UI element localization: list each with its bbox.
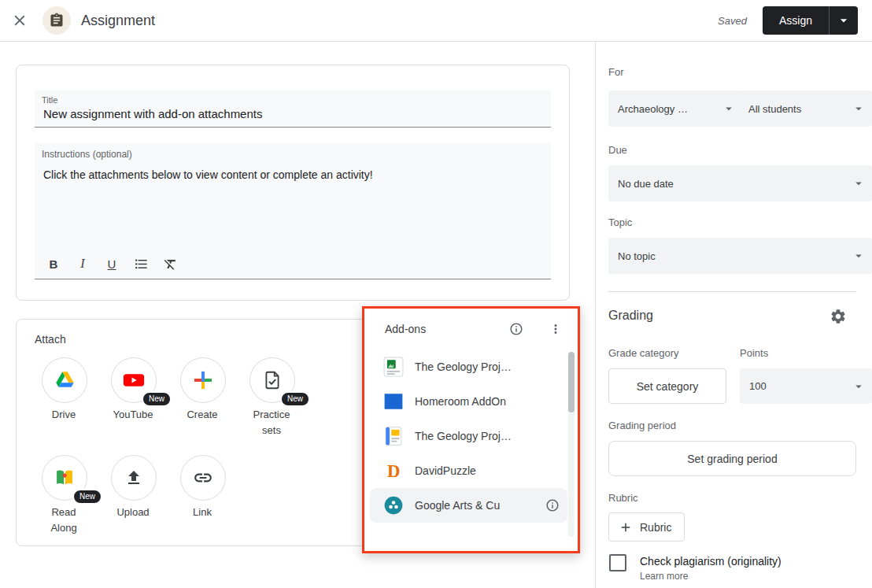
attach-upload-circle bbox=[111, 455, 157, 501]
attach-youtube[interactable]: New YouTube bbox=[98, 357, 168, 423]
attach-create-circle bbox=[180, 357, 226, 403]
addons-info-button[interactable] bbox=[507, 320, 526, 338]
plagiarism-checkbox[interactable] bbox=[609, 554, 626, 571]
class-select[interactable]: Archaeology … bbox=[608, 91, 742, 127]
topic-label: Topic bbox=[608, 216, 632, 228]
for-label: For bbox=[608, 66, 624, 78]
title-field[interactable]: Title bbox=[35, 90, 551, 128]
attach-drive[interactable]: Drive bbox=[29, 357, 98, 423]
addon-item-label: Google Arts & Cu bbox=[415, 499, 500, 512]
plus-icon bbox=[619, 520, 633, 534]
upload-icon bbox=[124, 468, 143, 487]
chevron-down-icon bbox=[852, 176, 866, 190]
set-grading-period-button[interactable]: Set grading period bbox=[608, 441, 856, 476]
addon-item-label: DavidPuzzle bbox=[415, 464, 476, 477]
addon-info-button[interactable] bbox=[544, 496, 561, 515]
attach-read-along-label: Read Along bbox=[38, 505, 90, 535]
attach-create[interactable]: Create bbox=[168, 357, 237, 423]
grading-heading: Grading bbox=[608, 309, 653, 323]
assign-button[interactable]: Assign bbox=[763, 6, 829, 35]
page-title: Assignment bbox=[81, 13, 155, 29]
attach-heading: Attach bbox=[35, 333, 66, 346]
points-select[interactable]: 100 bbox=[740, 368, 872, 404]
addon-item-geology-project-1[interactable]: The Geology Proj… bbox=[364, 349, 578, 384]
homeroom-addon-icon bbox=[383, 391, 404, 412]
students-select-value: All students bbox=[748, 103, 852, 115]
bold-button[interactable]: B bbox=[45, 254, 62, 273]
grade-category-label: Grade category bbox=[608, 347, 679, 359]
bulleted-list-button[interactable] bbox=[132, 254, 150, 273]
title-input[interactable] bbox=[42, 106, 545, 121]
attach-drive-label: Drive bbox=[38, 407, 90, 423]
due-label: Due bbox=[608, 144, 627, 156]
link-icon bbox=[193, 468, 213, 488]
formatting-toolbar: B I U bbox=[45, 254, 179, 273]
header: Assignment Saved Assign bbox=[0, 0, 872, 42]
addon-item-geology-project-2[interactable]: The Geology Proj… bbox=[364, 419, 578, 453]
drive-icon bbox=[54, 370, 76, 391]
attach-read-along[interactable]: New Read Along bbox=[29, 455, 98, 535]
assign-dropdown-button[interactable] bbox=[829, 6, 858, 35]
add-rubric-label: Rubric bbox=[640, 521, 671, 534]
clear-formatting-button[interactable] bbox=[161, 254, 179, 273]
instructions-field[interactable]: Instructions (optional) Click the attach… bbox=[35, 143, 551, 279]
info-icon bbox=[545, 498, 560, 512]
youtube-icon bbox=[122, 368, 146, 392]
instructions-label: Instructions (optional) bbox=[42, 149, 132, 160]
attach-drive-circle bbox=[42, 357, 87, 403]
points-value: 100 bbox=[749, 380, 852, 392]
topic-select[interactable]: No topic bbox=[608, 238, 872, 274]
details-card: Title Instructions (optional) Click the … bbox=[16, 65, 570, 301]
chevron-down-icon bbox=[836, 13, 852, 28]
addons-heading: Add-ons bbox=[385, 323, 426, 335]
plagiarism-row: Check plagiarism (originality) Learn mor… bbox=[609, 554, 781, 582]
attach-create-label: Create bbox=[176, 407, 228, 423]
close-button[interactable] bbox=[9, 10, 30, 31]
attach-link-circle bbox=[180, 455, 226, 501]
addon-item-davidpuzzle[interactable]: D DavidPuzzle bbox=[364, 453, 578, 488]
geology-project-2-icon bbox=[383, 426, 404, 446]
learn-more-link[interactable]: Learn more bbox=[640, 571, 688, 582]
svg-text:D: D bbox=[387, 461, 400, 481]
practice-sets-icon bbox=[262, 370, 283, 390]
addons-menu-button[interactable] bbox=[546, 320, 565, 338]
topic-value: No topic bbox=[618, 250, 852, 262]
chevron-down-icon bbox=[852, 379, 866, 394]
geology-project-icon bbox=[383, 357, 404, 377]
attach-upload[interactable]: Upload bbox=[98, 455, 168, 520]
addons-header: Add-ons bbox=[364, 309, 578, 349]
addon-item-google-arts-culture[interactable]: Google Arts & Cu bbox=[370, 488, 567, 523]
assign-split-button: Assign bbox=[763, 6, 858, 35]
chevron-down-icon bbox=[852, 249, 866, 263]
due-date-select[interactable]: No due date bbox=[608, 165, 872, 202]
add-rubric-button[interactable]: Rubric bbox=[608, 512, 685, 542]
scrollbar-thumb[interactable] bbox=[568, 352, 575, 412]
addons-scrollbar[interactable] bbox=[568, 352, 575, 537]
attach-practice-sets[interactable]: New Practice sets bbox=[237, 357, 306, 438]
read-along-icon bbox=[54, 467, 76, 489]
rubric-label: Rubric bbox=[608, 492, 638, 504]
divider bbox=[608, 291, 856, 292]
grading-period-label: Grading period bbox=[608, 420, 676, 431]
attach-upload-label: Upload bbox=[107, 505, 159, 520]
attach-practice-sets-label: Practice sets bbox=[246, 407, 297, 438]
create-icon bbox=[192, 369, 214, 391]
attach-youtube-label: YouTube bbox=[107, 407, 159, 423]
grading-settings-button[interactable] bbox=[828, 306, 848, 327]
points-label: Points bbox=[740, 347, 768, 359]
assignment-type-badge bbox=[42, 6, 71, 35]
underline-button[interactable]: U bbox=[103, 254, 120, 273]
set-category-button[interactable]: Set category bbox=[608, 368, 726, 404]
attach-link[interactable]: Link bbox=[168, 455, 237, 520]
bulleted-list-icon bbox=[134, 257, 149, 272]
close-icon bbox=[11, 12, 28, 29]
davidpuzzle-icon: D bbox=[383, 460, 404, 481]
instructions-input[interactable]: Click the attachments below to view cont… bbox=[42, 165, 545, 241]
students-select[interactable]: All students bbox=[739, 91, 872, 127]
addon-item-homeroom-addon[interactable]: Homeroom AddOn bbox=[364, 384, 578, 419]
clear-formatting-icon bbox=[163, 257, 178, 272]
addon-item-label: The Geology Proj… bbox=[415, 361, 512, 373]
due-date-value: No due date bbox=[618, 178, 852, 190]
new-badge: New bbox=[280, 391, 310, 407]
italic-button[interactable]: I bbox=[74, 254, 91, 273]
